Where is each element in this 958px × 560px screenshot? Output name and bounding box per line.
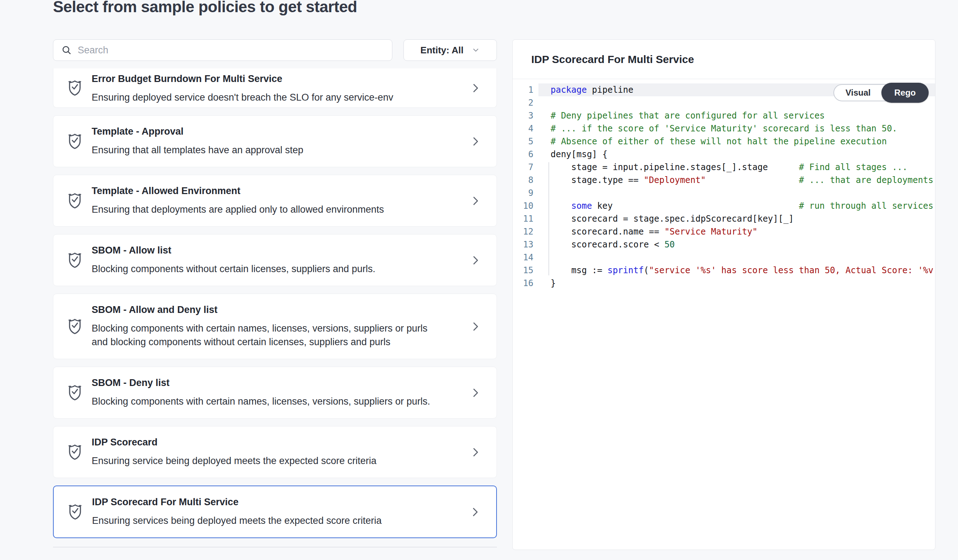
policy-list-column: Entity: All Error Budget Burndown For Mu… [53,40,497,547]
policy-description: Blocking components without certain lice… [92,262,435,276]
entity-filter-label: Entity: All [420,45,463,56]
shield-check-icon [67,252,83,269]
policy-card-text: Error Budget Burndown For Multi Service … [92,73,475,104]
chevron-right-icon[interactable] [469,82,482,94]
line-number: 3 [513,109,538,122]
code-line: 13 scorecard.score < 50 [513,238,935,251]
policy-card[interactable]: Template - Allowed Environment Ensuring … [53,175,497,227]
line-number: 11 [513,212,538,225]
page-title: Select from sample policies to get start… [53,0,958,15]
chevron-right-icon[interactable] [469,195,482,207]
chevron-right-icon[interactable] [469,506,481,518]
policy-preview-panel: IDP Scorecard For Multi Service Visual R… [512,40,936,550]
policy-title: Template - Allowed Environment [92,185,475,197]
code-line: 14 [513,251,935,264]
policy-card-text: SBOM - Allow and Deny list Blocking comp… [92,304,475,349]
policy-list: Error Budget Burndown For Multi Service … [53,68,497,547]
chevron-right-icon[interactable] [469,387,482,399]
code-line: 12 scorecard.name == "Service Maturity" [513,225,935,238]
code-line: 11 scorecard = stage.spec.idpScorecard[k… [513,212,935,225]
line-number: 5 [513,135,538,148]
chevron-right-icon[interactable] [469,254,482,267]
preview-title: IDP Scorecard For Multi Service [531,53,694,65]
policy-card-text: Template - Approval Ensuring that all te… [92,126,475,157]
code-line: 5# Absence of either of these will not h… [513,135,935,148]
policy-card[interactable]: Error Budget Burndown For Multi Service … [53,68,497,108]
policy-title: IDP Scorecard [92,436,475,448]
policy-title: IDP Scorecard For Multi Service [92,496,475,508]
shield-check-icon [67,79,83,97]
line-number: 12 [513,225,538,238]
line-number: 1 [513,83,538,96]
line-number: 2 [513,96,538,109]
line-number: 8 [513,174,538,187]
list-toolbar: Entity: All [53,40,497,61]
policy-title: SBOM - Allow and Deny list [92,304,475,316]
policy-description: Ensuring services being deployed meets t… [92,514,436,527]
content-layout: Entity: All Error Budget Burndown For Mu… [53,40,958,550]
code-line: 10 some key # run through all services [513,200,935,212]
policy-card-text: IDP Scorecard Ensuring service being dep… [92,436,475,468]
policy-card[interactable]: SBOM - Deny list Blocking components wit… [53,366,497,419]
policy-description: Ensuring that deployments are applied on… [92,203,435,216]
policy-card-text: SBOM - Deny list Blocking components wit… [92,377,475,408]
shield-check-icon [67,318,83,335]
shield-check-icon [67,384,83,401]
policy-title: Error Budget Burndown For Multi Service [92,73,475,85]
policy-card[interactable]: IDP Scorecard Ensuring service being dep… [53,426,497,478]
toggle-rego[interactable]: Rego [881,83,929,103]
line-number: 6 [513,148,538,161]
line-number: 7 [513,161,538,174]
code-lines: 1package pipeline23# Deny pipelines that… [513,83,935,290]
line-number: 15 [513,264,538,277]
chevron-right-icon[interactable] [469,446,482,458]
line-number: 16 [513,277,538,290]
shield-check-icon [67,503,84,520]
line-number: 13 [513,238,538,251]
code-line: 3# Deny pipelines that are configured fo… [513,109,935,122]
policy-description: Ensuring service being deployed meets th… [92,454,435,468]
chevron-right-icon[interactable] [469,135,482,148]
code-line: 7 stage = input.pipeline.stages[_].stage… [513,161,935,174]
policy-card-text: Template - Allowed Environment Ensuring … [92,185,475,216]
policy-title: SBOM - Deny list [92,377,475,389]
toggle-visual[interactable]: Visual [834,85,882,101]
line-number: 4 [513,122,538,135]
entity-filter-dropdown[interactable]: Entity: All [403,40,497,61]
code-line: 9 [513,187,935,200]
search-icon [61,45,72,56]
policy-description: Blocking components with certain names, … [92,395,435,408]
policy-card-text: SBOM - Allow list Blocking components wi… [92,244,475,276]
search-input[interactable] [78,45,384,56]
policy-card-text: IDP Scorecard For Multi Service Ensuring… [92,496,475,527]
code-line: 4# ... if the score of 'Service Maturity… [513,122,935,135]
shield-check-icon [67,444,83,461]
visual-rego-toggle: Visual Rego [833,84,929,102]
line-number: 9 [513,187,538,200]
code-line: 16} [513,277,935,290]
policy-title: SBOM - Allow list [92,244,475,256]
policy-description: Blocking components with certain names, … [92,322,435,349]
sample-policies-page: Select from sample policies to get start… [0,0,958,560]
shield-check-icon [67,133,83,150]
policy-title: Template - Approval [92,126,475,138]
indent-guide [549,162,549,275]
line-number: 14 [513,251,538,264]
policy-card[interactable]: IDP Scorecard For Multi Service Ensuring… [53,485,497,538]
rego-code-editor[interactable]: Visual Rego 1package pipeline23# Deny pi… [513,79,935,290]
search-box[interactable] [53,40,392,61]
chevron-right-icon[interactable] [469,320,482,333]
policy-card[interactable]: Template - Approval Ensuring that all te… [53,115,497,167]
policy-description: Ensuring that all templates have an appr… [92,143,435,157]
chevron-down-icon [471,46,480,54]
code-line: 8 stage.type == "Deployment" # ... that … [513,174,935,187]
line-number: 10 [513,200,538,212]
policy-card[interactable]: SBOM - Allow list Blocking components wi… [53,234,497,286]
shield-check-icon [67,192,83,209]
code-line: 6deny[msg] { [513,148,935,161]
policy-description: Ensuring deployed service doesn't breach… [92,90,435,104]
policy-card[interactable]: SBOM - Allow and Deny list Blocking comp… [53,293,497,359]
code-line: 15 msg := sprintf("service '%s' has scor… [513,264,935,277]
preview-header: IDP Scorecard For Multi Service [513,40,935,79]
